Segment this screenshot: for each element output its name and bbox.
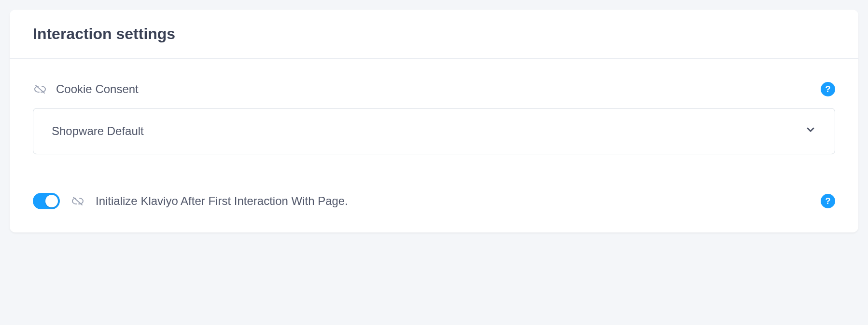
help-icon: ? [826,84,831,95]
inherit-icon [70,196,85,206]
select-control[interactable]: Shopware Default [33,108,835,154]
cookie-consent-field: Cookie Consent ? Shopware Default [33,82,835,154]
cookie-consent-select[interactable]: Shopware Default [33,108,835,154]
help-icon: ? [826,196,831,206]
settings-card: Interaction settings Cookie Consent ? [10,10,858,232]
toggle-knob [45,195,58,207]
chevron-down-icon [805,124,816,138]
cookie-consent-label: Cookie Consent [56,82,139,96]
card-body: Cookie Consent ? Shopware Default [10,59,858,232]
init-klaviyo-field: Initialize Klaviyo After First Interacti… [33,193,835,209]
init-klaviyo-toggle[interactable] [33,193,60,209]
help-button-init-klaviyo[interactable]: ? [821,194,835,208]
field-label-row: Cookie Consent ? [33,82,835,96]
toggle-row: Initialize Klaviyo After First Interacti… [33,193,835,209]
inherit-icon [33,84,47,94]
select-value: Shopware Default [52,124,144,138]
field-label-left: Cookie Consent [33,82,139,96]
help-button-cookie-consent[interactable]: ? [821,82,835,96]
toggle-left: Initialize Klaviyo After First Interacti… [33,193,348,209]
card-header: Interaction settings [10,10,858,59]
init-klaviyo-label: Initialize Klaviyo After First Interacti… [96,194,348,208]
card-title: Interaction settings [33,25,835,43]
